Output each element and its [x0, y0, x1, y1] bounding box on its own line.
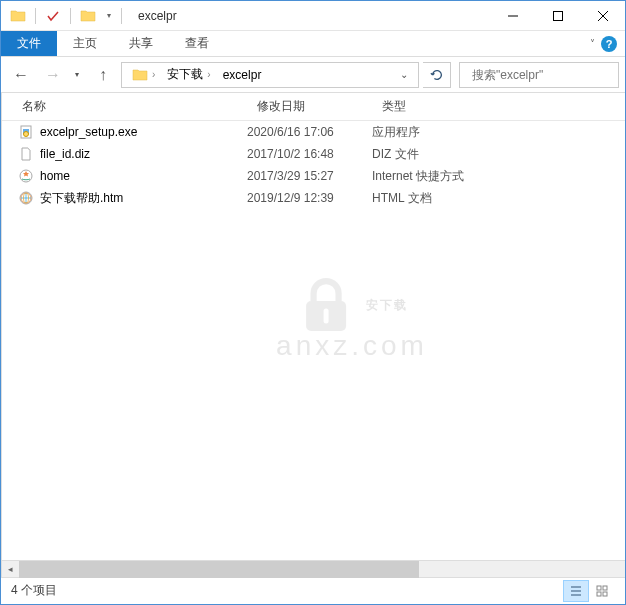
forward-button[interactable]: →: [39, 62, 67, 88]
quick-access-toolbar: ▾: [1, 5, 130, 27]
title-bar: ▾ excelpr: [1, 1, 625, 31]
properties-icon[interactable]: [42, 5, 64, 27]
file-type: 应用程序: [372, 124, 512, 141]
qa-dropdown-icon[interactable]: ▾: [103, 5, 115, 27]
file-type: HTML 文档: [372, 190, 512, 207]
breadcrumb-label: 安下载: [167, 66, 203, 83]
tab-share[interactable]: 共享: [113, 31, 169, 56]
window-controls: [490, 2, 625, 30]
item-count: 4 个项目: [11, 582, 57, 599]
column-type[interactable]: 类型: [372, 98, 626, 115]
address-bar[interactable]: › 安下载 › excelpr ⌄: [121, 62, 419, 88]
file-row[interactable]: file_id.diz 2017/10/2 16:48 DIZ 文件: [2, 143, 626, 165]
window-title: excelpr: [138, 9, 177, 23]
svg-rect-20: [597, 586, 601, 590]
file-name: home: [40, 169, 70, 183]
help-icon[interactable]: ?: [601, 36, 617, 52]
folder-icon[interactable]: [7, 5, 29, 27]
minimize-button[interactable]: [490, 2, 535, 30]
horizontal-scrollbar[interactable]: ◂ ▸: [2, 560, 626, 577]
back-button[interactable]: ←: [7, 62, 35, 88]
svg-rect-19: [306, 301, 346, 331]
file-date: 2020/6/16 17:06: [247, 125, 372, 139]
status-bar: 4 个项目: [1, 577, 625, 603]
file-date: 2019/12/9 12:39: [247, 191, 372, 205]
watermark: 安下载 anxz.com: [276, 276, 428, 362]
expand-ribbon-icon[interactable]: ˅: [590, 38, 595, 49]
svg-rect-23: [603, 592, 607, 596]
navigation-bar: ← → ▾ ↑ › 安下载 › excelpr ⌄: [1, 57, 625, 93]
column-headers: 名称 修改日期 类型: [2, 93, 626, 121]
watermark-sub: anxz.com: [276, 330, 428, 362]
svg-rect-21: [603, 586, 607, 590]
file-row[interactable]: 安下载帮助.htm 2019/12/9 12:39 HTML 文档: [2, 187, 626, 209]
close-button[interactable]: [580, 2, 625, 30]
file-row[interactable]: home 2017/3/29 15:27 Internet 快捷方式: [2, 165, 626, 187]
maximize-button[interactable]: [535, 2, 580, 30]
svg-point-14: [24, 132, 29, 137]
tab-view[interactable]: 查看: [169, 31, 225, 56]
refresh-button[interactable]: [423, 62, 451, 88]
ribbon-tabs: 文件 主页 共享 查看 ˅ ?: [1, 31, 625, 57]
scroll-left-button[interactable]: ◂: [2, 561, 19, 578]
folder-open-icon[interactable]: [77, 5, 99, 27]
tab-file[interactable]: 文件: [1, 31, 57, 56]
file-icon: [18, 146, 34, 162]
svg-rect-0: [553, 11, 562, 20]
view-switcher: [563, 580, 615, 602]
file-list[interactable]: excelpr_setup.exe 2020/6/16 17:06 应用程序 f…: [2, 121, 626, 560]
breadcrumb-item[interactable]: excelpr: [217, 68, 268, 82]
html-icon: [18, 190, 34, 206]
search-box[interactable]: [459, 62, 619, 88]
file-row[interactable]: excelpr_setup.exe 2020/6/16 17:06 应用程序: [2, 121, 626, 143]
svg-rect-22: [597, 592, 601, 596]
file-type: Internet 快捷方式: [372, 168, 512, 185]
scroll-thumb[interactable]: [19, 561, 419, 578]
lock-icon: [296, 276, 356, 336]
breadcrumb-label: excelpr: [223, 68, 262, 82]
up-button[interactable]: ↑: [89, 62, 117, 88]
ribbon-help-area: ˅ ?: [590, 31, 625, 56]
exe-icon: [18, 124, 34, 140]
breadcrumb-item[interactable]: 安下载 ›: [161, 66, 216, 83]
file-type: DIZ 文件: [372, 146, 512, 163]
main-area: ▾快速访问Des下载文档图片AAAAA安下载图片管未上传▾此电脑▸视频▾图片Ap…: [1, 93, 625, 577]
column-name[interactable]: 名称: [2, 98, 247, 115]
icons-view-button[interactable]: [589, 580, 615, 602]
file-date: 2017/10/2 16:48: [247, 147, 372, 161]
file-name: 安下载帮助.htm: [40, 190, 123, 207]
breadcrumb-root-icon[interactable]: ›: [126, 67, 161, 83]
search-input[interactable]: [472, 68, 622, 82]
file-name: excelpr_setup.exe: [40, 125, 137, 139]
scroll-track[interactable]: [19, 561, 626, 578]
tab-home[interactable]: 主页: [57, 31, 113, 56]
history-dropdown[interactable]: ▾: [71, 62, 85, 88]
watermark-text: 安下载: [366, 297, 408, 314]
column-date[interactable]: 修改日期: [247, 98, 372, 115]
file-name: file_id.diz: [40, 147, 90, 161]
address-dropdown[interactable]: ⌄: [394, 69, 414, 80]
url-icon: [18, 168, 34, 184]
details-view-button[interactable]: [563, 580, 589, 602]
file-date: 2017/3/29 15:27: [247, 169, 372, 183]
content-pane: 名称 修改日期 类型 excelpr_setup.exe 2020/6/16 1…: [2, 93, 626, 577]
